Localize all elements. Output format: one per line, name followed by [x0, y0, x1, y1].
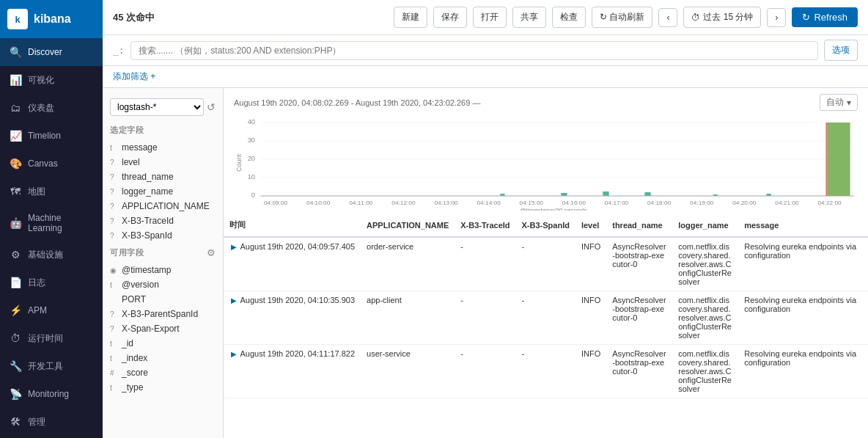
table-row: ▶ August 19th 2020, 04:09:57.405 order-s… — [224, 237, 868, 291]
save-button[interactable]: 保存 — [433, 7, 467, 28]
selected-field-message[interactable]: tmessage — [103, 140, 223, 155]
cell-app-2: user-service — [361, 345, 455, 398]
cell-message-2: Resolving eureka endpoints via configura… — [738, 345, 868, 398]
selected-field-x-b3-spanid[interactable]: ?X-B3-SpanId — [103, 228, 223, 243]
cell-message-0: Resolving eureka endpoints via configura… — [738, 237, 868, 291]
svg-text:04:17:00: 04:17:00 — [605, 200, 629, 206]
cell-logger-0: com.netflix.discovery.shared.resolver.aw… — [672, 237, 738, 291]
time-range-selector[interactable]: ⏱ 过去 15 分钟 — [683, 7, 761, 28]
sidebar-item-ml[interactable]: 🤖 Machine Learning — [0, 205, 103, 241]
available-field--score[interactable]: #_score — [103, 365, 223, 380]
selected-field-thread-name[interactable]: ?thread_name — [103, 169, 223, 184]
svg-text:04:21:00: 04:21:00 — [775, 200, 799, 206]
sidebar-nav: 🔍 Discover📊 可视化🗂 仪表盘📈 Timelion🎨 Canvas🗺 … — [0, 38, 103, 438]
search-input[interactable] — [130, 41, 818, 60]
expand-row-1[interactable]: ▶ — [229, 296, 238, 304]
selected-field-level[interactable]: ?level — [103, 155, 223, 169]
share-button[interactable]: 共享 — [512, 7, 546, 28]
available-field-x-b3-parentspanid[interactable]: ?X-B3-ParentSpanId — [103, 307, 223, 321]
right-panel: August 19th 2020, 04:08:02.269 - August … — [224, 88, 868, 438]
sidebar-label-ml: Machine Learning — [28, 213, 94, 233]
sidebar-label-maps: 地图 — [28, 186, 45, 198]
selected-fields-list: tmessage?level?thread_name?logger_name?A… — [103, 140, 223, 243]
available-field--id[interactable]: t_id — [103, 336, 223, 351]
maps-icon: 🗺 — [9, 185, 22, 198]
selected-field-x-b3-traceid[interactable]: ?X-B3-TraceId — [103, 213, 223, 228]
svg-text:04:15:00: 04:15:00 — [520, 200, 544, 206]
hit-count: 45 次命中 — [113, 11, 155, 24]
sidebar-item-logs[interactable]: 📄 日志 — [0, 269, 103, 296]
expand-row-0[interactable]: ▶ — [229, 243, 238, 251]
cell-thread-2: AsyncResolver-bootstrap-executor-0 — [606, 345, 672, 398]
open-button[interactable]: 打开 — [473, 7, 507, 28]
table-row: ▶ August 19th 2020, 04:11:17.822 user-se… — [224, 345, 868, 398]
sidebar-item-maps[interactable]: 🗺 地图 — [0, 178, 103, 205]
svg-text:Count: Count — [235, 154, 243, 172]
forward-button[interactable]: › — [767, 8, 786, 27]
expand-row-2[interactable]: ▶ — [229, 350, 238, 358]
col-app: APPLICATION_NAME — [361, 213, 455, 237]
gear-icon[interactable]: ⚙ — [207, 247, 216, 258]
ml-icon: 🤖 — [9, 216, 22, 230]
logo-area[interactable]: k kibana — [0, 0, 103, 38]
cell-time-2: ▶ August 19th 2020, 04:11:17.822 — [224, 345, 361, 398]
available-fields-title: 可用字段 — [110, 247, 144, 258]
svg-text:0: 0 — [251, 191, 255, 199]
sidebar-item-timelion[interactable]: 📈 Timelion — [0, 122, 103, 150]
available-field--index[interactable]: t_index — [103, 351, 223, 365]
options-button[interactable]: 选项 — [824, 40, 858, 61]
svg-rect-15 — [825, 123, 827, 196]
available-field--timestamp[interactable]: ◉@timestamp — [103, 263, 223, 277]
sidebar-item-monitoring[interactable]: 📡 Monitoring — [0, 380, 103, 408]
main-area: 45 次命中 新建 保存 打开 共享 检查 ↻ 自动刷新 ‹ ⏱ 过去 15 分… — [103, 0, 868, 438]
col-message: message — [738, 213, 868, 237]
sidebar-item-dashboard[interactable]: 🗂 仪表盘 — [0, 94, 103, 122]
sidebar-item-infra[interactable]: ⚙ 基础设施 — [0, 241, 103, 269]
add-filter-button[interactable]: 添加筛选 + — [113, 70, 155, 83]
new-button[interactable]: 新建 — [394, 7, 427, 28]
uptime-icon: ⏱ — [9, 332, 22, 345]
sidebar-label-uptime: 运行时间 — [28, 332, 63, 345]
refresh-button[interactable]: ↻ Refresh — [792, 7, 858, 27]
cell-time-0: ▶ August 19th 2020, 04:09:57.405 — [224, 237, 361, 291]
col-traceid: X-B3-TraceId — [455, 213, 515, 237]
svg-rect-11 — [561, 193, 567, 196]
autorefresh-button[interactable]: ↻ 自动刷新 — [592, 7, 652, 28]
col-logger: logger_name — [672, 213, 738, 237]
back-button[interactable]: ‹ — [658, 8, 677, 27]
svg-text:04:22:00: 04:22:00 — [817, 200, 842, 206]
topbar: 45 次命中 新建 保存 打开 共享 检查 ↻ 自动刷新 ‹ ⏱ 过去 15 分… — [103, 0, 868, 35]
infra-icon: ⚙ — [9, 248, 22, 261]
sidebar-item-canvas[interactable]: 🎨 Canvas — [0, 150, 103, 178]
cell-level-1: INFO — [575, 291, 606, 345]
index-selector: logstash-* ↺ — [103, 94, 223, 120]
svg-text:04:12:00: 04:12:00 — [391, 200, 416, 206]
selected-field-application-name[interactable]: ?APPLICATION_NAME — [103, 199, 223, 213]
available-field-x-span-export[interactable]: ?X-Span-Export — [103, 321, 223, 336]
sidebar-item-visualize[interactable]: 📊 可视化 — [0, 66, 103, 94]
sidebar-item-apm[interactable]: ⚡ APM — [0, 296, 103, 324]
inspect-button[interactable]: 检查 — [552, 7, 586, 28]
svg-text:@timestamp/30 seconds: @timestamp/30 seconds — [520, 207, 586, 211]
available-field-port[interactable]: PORT — [103, 292, 223, 307]
sidebar-item-uptime[interactable]: ⏱ 运行时间 — [0, 324, 103, 352]
svg-text:04:19:00: 04:19:00 — [690, 200, 714, 206]
sidebar-item-discover[interactable]: 🔍 Discover — [0, 38, 103, 66]
sidebar-item-devtools[interactable]: 🔧 开发工具 — [0, 352, 103, 380]
table-header-row: 时间 APPLICATION_NAME X-B3-TraceId X-B3-Sp… — [224, 213, 868, 237]
apm-icon: ⚡ — [9, 304, 22, 317]
auto-interval-select[interactable]: 自动 ▾ — [820, 94, 858, 111]
selected-field-logger-name[interactable]: ?logger_name — [103, 184, 223, 199]
time-range-label: 过去 15 分钟 — [703, 11, 753, 23]
cell-thread-0: AsyncResolver-bootstrap-executor-0 — [606, 237, 672, 291]
available-field--type[interactable]: t_type — [103, 380, 223, 395]
available-field--version[interactable]: t@version — [103, 277, 223, 292]
sidebar-label-management: 管理 — [28, 416, 45, 428]
sidebar-item-management[interactable]: 🛠 管理 — [0, 408, 103, 436]
filterbar: 添加筛选 + — [103, 66, 868, 88]
index-pattern-select[interactable]: logstash-* — [110, 98, 204, 116]
svg-text:40: 40 — [248, 118, 255, 125]
index-refresh-icon[interactable]: ↺ — [207, 101, 216, 113]
devtools-icon: 🔧 — [9, 359, 22, 373]
sidebar: k kibana 🔍 Discover📊 可视化🗂 仪表盘📈 Timelion🎨… — [0, 0, 103, 438]
